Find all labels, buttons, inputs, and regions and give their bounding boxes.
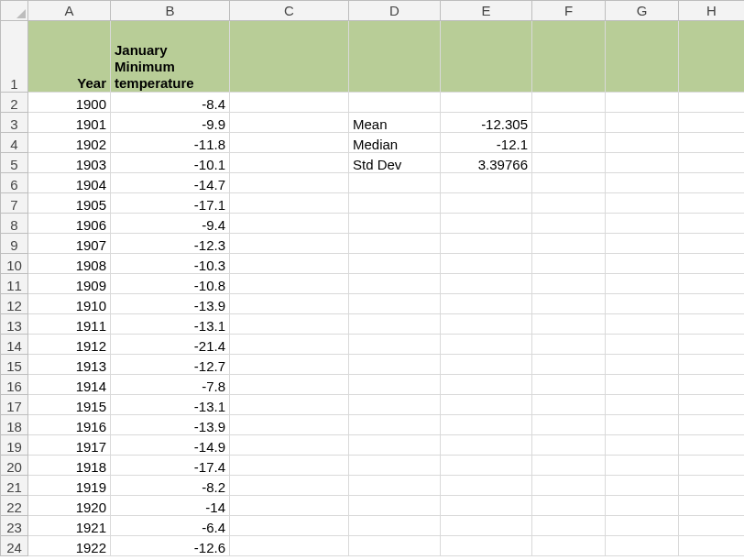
cell[interactable] xyxy=(532,153,606,173)
cell-temp[interactable]: -9.9 xyxy=(111,113,230,133)
cell[interactable] xyxy=(230,314,349,335)
cell[interactable] xyxy=(679,516,745,536)
row-header-23[interactable]: 23 xyxy=(1,516,28,536)
cell[interactable] xyxy=(606,415,679,435)
cell[interactable] xyxy=(679,93,745,113)
stat-label[interactable]: Std Dev xyxy=(349,153,441,173)
cell-year[interactable]: 1916 xyxy=(28,415,111,435)
cell-year[interactable]: 1920 xyxy=(28,496,111,516)
cell[interactable] xyxy=(679,274,745,294)
cell[interactable] xyxy=(532,496,606,516)
col-header-B[interactable]: B xyxy=(111,1,230,21)
cell[interactable] xyxy=(349,234,441,254)
cell-year[interactable]: 1918 xyxy=(28,456,111,476)
cell[interactable] xyxy=(349,516,441,536)
cell[interactable] xyxy=(532,456,606,476)
cell[interactable] xyxy=(349,193,441,214)
cell-temp[interactable]: -8.4 xyxy=(111,93,230,113)
row-header-6[interactable]: 6 xyxy=(1,173,28,193)
cell[interactable] xyxy=(606,476,679,496)
cell[interactable] xyxy=(679,476,745,496)
cell-temp[interactable]: -12.7 xyxy=(111,355,230,375)
cell-temp[interactable]: -14 xyxy=(111,496,230,516)
cell[interactable] xyxy=(349,536,441,556)
cell-temp[interactable]: -10.3 xyxy=(111,254,230,274)
cell[interactable] xyxy=(532,214,606,234)
cell-temp[interactable]: -10.8 xyxy=(111,274,230,294)
cell[interactable] xyxy=(679,21,745,93)
row-header-5[interactable]: 5 xyxy=(1,153,28,173)
cell[interactable] xyxy=(441,21,532,93)
cell[interactable] xyxy=(349,93,441,113)
cell[interactable] xyxy=(441,415,532,435)
header-year[interactable]: Year xyxy=(28,21,111,93)
cell[interactable] xyxy=(349,335,441,355)
cell[interactable] xyxy=(679,536,745,556)
cell[interactable] xyxy=(441,314,532,335)
cell[interactable] xyxy=(679,173,745,193)
cell[interactable] xyxy=(679,113,745,133)
cell-temp[interactable]: -11.8 xyxy=(111,133,230,153)
cell[interactable] xyxy=(532,254,606,274)
cell-temp[interactable]: -17.1 xyxy=(111,193,230,214)
row-header-10[interactable]: 10 xyxy=(1,254,28,274)
cell[interactable] xyxy=(230,254,349,274)
cell[interactable] xyxy=(230,456,349,476)
cell[interactable] xyxy=(230,536,349,556)
cell[interactable] xyxy=(349,214,441,234)
cell[interactable] xyxy=(349,395,441,415)
row-header-4[interactable]: 4 xyxy=(1,133,28,153)
cell[interactable] xyxy=(349,476,441,496)
cell[interactable] xyxy=(230,153,349,173)
cell-year[interactable]: 1903 xyxy=(28,153,111,173)
cell[interactable] xyxy=(230,435,349,456)
cell[interactable] xyxy=(606,234,679,254)
cell[interactable] xyxy=(230,173,349,193)
cell[interactable] xyxy=(349,274,441,294)
cell[interactable] xyxy=(230,476,349,496)
cell-year[interactable]: 1914 xyxy=(28,375,111,395)
col-header-G[interactable]: G xyxy=(606,1,679,21)
cell[interactable] xyxy=(230,375,349,395)
cell-year[interactable]: 1909 xyxy=(28,274,111,294)
cell[interactable] xyxy=(441,476,532,496)
cell[interactable] xyxy=(532,536,606,556)
cell[interactable] xyxy=(441,375,532,395)
cell-year[interactable]: 1922 xyxy=(28,536,111,556)
cell-year[interactable]: 1911 xyxy=(28,314,111,335)
cell[interactable] xyxy=(230,395,349,415)
cell[interactable] xyxy=(606,516,679,536)
cell[interactable] xyxy=(606,133,679,153)
cell[interactable] xyxy=(349,415,441,435)
row-header-2[interactable]: 2 xyxy=(1,93,28,113)
cell[interactable] xyxy=(349,254,441,274)
stat-value[interactable]: -12.305 xyxy=(441,113,532,133)
cell-temp[interactable]: -14.7 xyxy=(111,173,230,193)
col-header-E[interactable]: E xyxy=(441,1,532,21)
row-header-3[interactable]: 3 xyxy=(1,113,28,133)
cell-year[interactable]: 1906 xyxy=(28,214,111,234)
cell[interactable] xyxy=(679,234,745,254)
col-header-C[interactable]: C xyxy=(230,1,349,21)
cell[interactable] xyxy=(230,93,349,113)
cell[interactable] xyxy=(349,355,441,375)
cell[interactable] xyxy=(230,21,349,93)
cell[interactable] xyxy=(606,294,679,314)
cell[interactable] xyxy=(679,415,745,435)
cell[interactable] xyxy=(441,214,532,234)
cell[interactable] xyxy=(532,234,606,254)
cell[interactable] xyxy=(532,21,606,93)
cell[interactable] xyxy=(679,435,745,456)
row-header-15[interactable]: 15 xyxy=(1,355,28,375)
cell-year[interactable]: 1908 xyxy=(28,254,111,274)
row-header-14[interactable]: 14 xyxy=(1,335,28,355)
cell[interactable] xyxy=(230,214,349,234)
cell[interactable] xyxy=(230,335,349,355)
cell-year[interactable]: 1912 xyxy=(28,335,111,355)
cell-year[interactable]: 1907 xyxy=(28,234,111,254)
cell[interactable] xyxy=(230,234,349,254)
cell-temp[interactable]: -14.9 xyxy=(111,435,230,456)
cell[interactable] xyxy=(532,274,606,294)
row-header-18[interactable]: 18 xyxy=(1,415,28,435)
cell[interactable] xyxy=(532,93,606,113)
